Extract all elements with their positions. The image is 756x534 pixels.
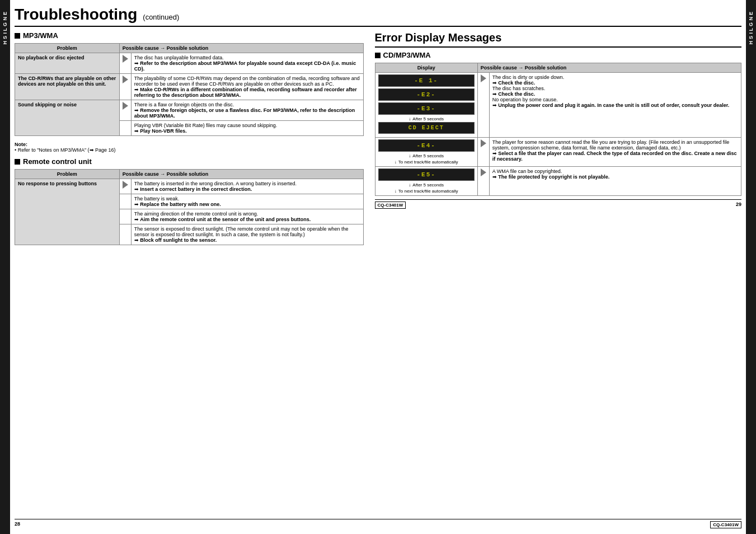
right-tab-g: G [749, 22, 754, 26]
solution-cell: The disc is dirty or upside down. ➡ Chec… [489, 73, 741, 138]
arrow-cell [119, 224, 131, 245]
mp3wma-col-problem: Problem [15, 44, 120, 53]
error-col-display: Display [375, 63, 477, 73]
remote-control-icon [15, 159, 20, 165]
left-tab-n: N [3, 16, 8, 21]
error-sub-title: CD/MP3/WMA [383, 51, 431, 59]
table-row: -E 1- -E2- -E3- After 5 seconds CD EJECT… [375, 73, 741, 138]
arrow-cell [119, 209, 131, 224]
left-side-tab: E N G L I S H [0, 0, 10, 534]
solution-cell: The battery is inserted in the wrong dir… [131, 179, 363, 194]
table-row: -E5- After 5 seconds To next track/file … [375, 167, 741, 196]
right-tab-e: E [749, 11, 754, 15]
arrow-cell [119, 53, 131, 74]
error-display-table: Display Possible cause → Possible soluti… [375, 63, 741, 196]
note-section: Note: • Refer to "Notes on MP3/WMA" (➡ P… [15, 142, 364, 153]
left-tab-l: L [3, 27, 8, 31]
display-cell: -E4- After 5 seconds To next track/file … [375, 138, 477, 167]
table-row: -E4- After 5 seconds To next track/file … [375, 138, 741, 167]
solution-cell: The disc has unplayable formatted data. … [131, 53, 363, 74]
to-next-track-2: To next track/file automatically [378, 189, 475, 194]
display-e2: -E2- [378, 88, 475, 101]
left-tab-e: E [3, 11, 8, 15]
table-row: No response to pressing buttons The batt… [15, 179, 364, 194]
page-bottom-right: CQ-C3401W 29 [375, 199, 741, 209]
to-next-track-1: To next track/file automatically [378, 160, 475, 165]
arrow-cell [119, 100, 131, 121]
right-column: Error Display Messages CD/MP3/WMA Displa… [375, 31, 741, 516]
arrow-cell [119, 179, 131, 194]
remote-control-header: Remote control unit [15, 157, 364, 166]
error-sub-header: CD/MP3/WMA [375, 51, 741, 59]
error-sub-icon [375, 53, 381, 58]
display-e4: -E4- [378, 139, 475, 152]
right-tab-i: I [749, 32, 754, 34]
arrow-cell [119, 74, 131, 100]
left-tab-i: I [3, 32, 8, 34]
two-column-layout: MP3/WMA Problem Possible cause → Possibl… [15, 31, 741, 516]
right-tab-s: S [749, 35, 754, 39]
right-side-tab: E N G L I S H [746, 0, 756, 534]
note-text: • Refer to "Notes on MP3/WMA" (➡ Page 16… [15, 147, 116, 153]
solution-cell: Playing VBR (Variable Bit Rate) files ma… [131, 121, 363, 136]
display-cell: -E 1- -E2- -E3- After 5 seconds CD EJECT [375, 73, 477, 138]
error-section-title: Error Display Messages [375, 31, 741, 48]
arrow-cell [477, 167, 489, 196]
left-column: MP3/WMA Problem Possible cause → Possibl… [15, 31, 364, 516]
table-row: Sound skipping or noise There is a flaw … [15, 100, 364, 121]
arrow-cell [119, 121, 131, 136]
left-tab-s: S [3, 35, 8, 39]
solution-cell: There is a flaw or foreign objects on th… [131, 100, 363, 121]
solution-cell: The sensor is exposed to direct sunlight… [131, 224, 363, 245]
mp3wma-table: Problem Possible cause → Possible soluti… [15, 43, 364, 136]
solution-cell: The playability of some CD-R/RWs may dep… [131, 74, 363, 100]
solution-cell: The player for some reason cannot read t… [489, 138, 741, 167]
page-bottom-left: 28 CQ-C3401W [15, 519, 741, 528]
after-seconds-2: After 5 seconds [378, 153, 475, 158]
right-tab-n: N [749, 16, 754, 21]
remote-control-table: Problem Possible cause → Possible soluti… [15, 169, 364, 245]
table-row: The CD-R/RWs that are playable on other … [15, 74, 364, 100]
display-e3: -E3- [378, 102, 475, 115]
display-e5: -E5- [378, 168, 475, 181]
left-page-number: 28 [15, 521, 20, 528]
display-cd-eject: CD EJECT [378, 122, 475, 134]
mp3wma-icon [15, 33, 20, 39]
table-row: No playback or disc ejected The disc has… [15, 53, 364, 74]
solution-cell: A WMA file can be copyrighted. ➡ The fil… [489, 167, 741, 196]
mp3wma-header: MP3/WMA [15, 31, 364, 40]
mp3wma-title: MP3/WMA [23, 31, 58, 40]
mp3wma-col-solution: Possible cause → Possible solution [119, 44, 363, 53]
remote-col-solution: Possible cause → Possible solution [119, 170, 363, 179]
right-page-number: 29 [736, 202, 741, 209]
after-seconds-3: After 5 seconds [378, 182, 475, 188]
left-tab-h: H [3, 40, 8, 45]
problem-cell: No response to pressing buttons [15, 179, 120, 245]
remote-col-problem: Problem [15, 170, 120, 179]
page-title: Troubleshooting [15, 6, 137, 24]
right-tab-l: L [749, 27, 754, 31]
solution-cell: The battery is weak. ➡ Replace the batte… [131, 194, 363, 209]
note-label: Note: [15, 142, 27, 147]
right-tab-h: H [749, 40, 754, 45]
solution-cell: The aiming direction of the remote contr… [131, 209, 363, 224]
model-number-right: CQ-C3401W [375, 202, 406, 209]
error-col-solution: Possible cause → Possible solution [477, 63, 741, 73]
page-subtitle: (continued) [143, 13, 179, 21]
after-seconds-1: After 5 seconds [378, 116, 475, 121]
display-cell: -E5- After 5 seconds To next track/file … [375, 167, 477, 196]
problem-cell: No playback or disc ejected [15, 53, 120, 74]
left-tab-g: G [3, 22, 8, 26]
title-bar: Troubleshooting (continued) [15, 6, 741, 27]
arrow-cell [477, 138, 489, 167]
display-e1: -E 1- [378, 74, 475, 87]
arrow-cell [477, 73, 489, 138]
model-number-left: CQ-C3401W [710, 521, 741, 528]
problem-cell: The CD-R/RWs that are playable on other … [15, 74, 120, 100]
problem-cell: Sound skipping or noise [15, 100, 120, 136]
main-content: Troubleshooting (continued) MP3/WMA Prob… [10, 0, 746, 534]
arrow-cell [119, 194, 131, 209]
remote-control-title: Remote control unit [23, 157, 92, 166]
